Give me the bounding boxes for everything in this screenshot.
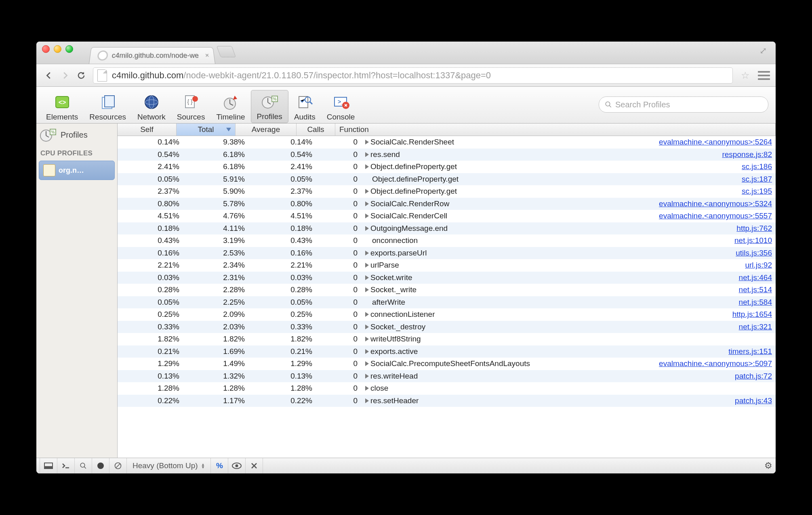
table-row[interactable]: 0.21%1.69%0.21%0exports.activetimers.js:…: [118, 345, 776, 358]
table-row[interactable]: 0.54%6.18%0.54%0res.sendresponse.js:82: [118, 149, 776, 161]
col-total[interactable]: Total: [177, 124, 236, 136]
table-row[interactable]: 0.25%2.09%0.25%0connectionListenerhttp.j…: [118, 308, 776, 321]
table-row[interactable]: 2.37%5.90%2.37%0Object.defineProperty.ge…: [118, 185, 776, 198]
panel-console[interactable]: >_ Console: [321, 91, 361, 123]
dock-button[interactable]: [40, 458, 57, 473]
disclosure-triangle-icon[interactable]: [365, 287, 369, 292]
zoom-window-button[interactable]: [65, 45, 73, 53]
panel-timeline[interactable]: Timeline: [210, 91, 250, 123]
disclosure-triangle-icon[interactable]: [365, 275, 369, 280]
disclosure-triangle-icon[interactable]: [365, 164, 369, 169]
minimize-window-button[interactable]: [54, 45, 61, 53]
address-bar[interactable]: c4milo.github.com/node-webkit-agent/21.0…: [93, 67, 733, 84]
record-button[interactable]: [92, 458, 109, 473]
focus-button[interactable]: [228, 458, 246, 473]
search-button[interactable]: [75, 458, 92, 473]
source-link[interactable]: sc.js:186: [742, 162, 772, 171]
source-link[interactable]: net.js:584: [739, 298, 772, 307]
source-link[interactable]: net.js:514: [739, 285, 772, 294]
view-selector[interactable]: Heavy (Bottom Up) ▲▼: [127, 458, 211, 473]
table-row[interactable]: 0.05%5.91%0.05%0Object.defineProperty.ge…: [118, 173, 776, 186]
panel-elements[interactable]: <> Elements: [40, 91, 84, 123]
disclosure-triangle-icon[interactable]: [365, 386, 369, 391]
col-function[interactable]: Function: [335, 124, 776, 136]
col-calls[interactable]: Calls: [297, 124, 335, 136]
col-self[interactable]: Self: [118, 124, 177, 136]
disclosure-triangle-icon[interactable]: [365, 337, 369, 341]
col-average[interactable]: Average: [236, 124, 297, 136]
source-link[interactable]: patch.js:72: [735, 372, 772, 381]
source-link[interactable]: patch.js:43: [735, 396, 772, 405]
disclosure-triangle-icon[interactable]: [365, 349, 369, 354]
disclosure-triangle-icon[interactable]: [365, 324, 369, 329]
table-row[interactable]: 0.03%2.31%0.03%0Socket.writenet.js:464: [118, 272, 776, 284]
disclosure-triangle-icon[interactable]: [365, 140, 369, 144]
back-button[interactable]: [42, 69, 56, 82]
settings-gear-icon[interactable]: ⚙: [764, 461, 772, 471]
clear-button[interactable]: [109, 458, 127, 473]
source-link[interactable]: http.js:1654: [732, 310, 772, 319]
disclosure-triangle-icon[interactable]: [365, 374, 369, 379]
reload-button[interactable]: [74, 69, 88, 82]
source-link[interactable]: sc.js:187: [742, 175, 772, 184]
disclosure-triangle-icon[interactable]: [365, 251, 369, 255]
panel-network[interactable]: Network: [132, 91, 171, 123]
disclosure-triangle-icon[interactable]: [365, 226, 369, 231]
panel-resources[interactable]: Resources: [84, 91, 132, 123]
search-profiles-input[interactable]: Search Profiles: [599, 96, 768, 113]
table-body[interactable]: 0.14%9.38%0.14%0SocialCalc.RenderSheetev…: [118, 136, 776, 458]
table-row[interactable]: 0.18%4.11%0.18%0OutgoingMessage.endhttp.…: [118, 222, 776, 235]
close-window-button[interactable]: [42, 45, 50, 53]
table-row[interactable]: 0.80%5.78%0.80%0SocialCalc.RenderRoweval…: [118, 198, 776, 210]
table-row[interactable]: 1.82%1.82%1.82%0writeUtf8String: [118, 333, 776, 345]
bookmark-star-icon[interactable]: ☆: [741, 70, 750, 81]
source-link[interactable]: net.js:1010: [734, 236, 772, 245]
table-row[interactable]: 0.13%1.32%0.13%0res.writeHeadpatch.js:72: [118, 370, 776, 383]
panel-profiles[interactable]: % Profiles: [251, 90, 288, 123]
table-row[interactable]: 4.51%4.76%4.51%0SocialCalc.RenderCelleva…: [118, 210, 776, 222]
source-link[interactable]: url.js:92: [745, 261, 772, 270]
source-link[interactable]: timers.js:151: [728, 347, 772, 356]
table-row[interactable]: 0.43%3.19%0.43%0onconnectionnet.js:1010: [118, 234, 776, 247]
exclude-button[interactable]: [246, 458, 263, 473]
source-link[interactable]: response.js:82: [722, 150, 772, 159]
table-row[interactable]: 0.05%2.25%0.05%0afterWritenet.js:584: [118, 296, 776, 309]
forward-button[interactable]: [58, 69, 72, 82]
table-row[interactable]: 0.28%2.28%0.28%0Socket._writenet.js:514: [118, 284, 776, 296]
source-link[interactable]: evalmachine.<anonymous>:5324: [659, 199, 772, 208]
disclosure-triangle-icon[interactable]: [365, 152, 369, 157]
table-row[interactable]: 2.21%2.34%2.21%0urlParseurl.js:92: [118, 259, 776, 272]
source-link[interactable]: net.js:464: [739, 273, 772, 282]
source-link[interactable]: evalmachine.<anonymous>:5557: [659, 211, 772, 220]
disclosure-triangle-icon[interactable]: [365, 201, 369, 206]
table-row[interactable]: 1.29%1.49%1.29%0SocialCalc.PrecomputeShe…: [118, 358, 776, 370]
table-row[interactable]: 0.14%9.38%0.14%0SocialCalc.RenderSheetev…: [118, 136, 776, 149]
source-link[interactable]: utils.js:356: [736, 249, 772, 258]
disclosure-triangle-icon[interactable]: [365, 398, 369, 403]
table-row[interactable]: 1.28%1.28%1.28%0close: [118, 382, 776, 395]
new-tab-button[interactable]: [217, 46, 236, 57]
disclosure-triangle-icon[interactable]: [365, 214, 369, 218]
expand-icon[interactable]: ⤢: [759, 46, 768, 54]
disclosure-triangle-icon[interactable]: [365, 263, 369, 268]
percent-toggle[interactable]: %: [211, 458, 228, 473]
sidebar-profiles-header[interactable]: % Profiles: [36, 124, 117, 146]
sidebar-profile-item[interactable]: org.n…: [39, 161, 115, 180]
source-link[interactable]: evalmachine.<anonymous>:5097: [659, 359, 772, 368]
panel-audits[interactable]: Audits: [288, 91, 321, 123]
source-link[interactable]: evalmachine.<anonymous>:5264: [659, 138, 772, 147]
table-row[interactable]: 0.22%1.17%0.22%0res.setHeaderpatch.js:43: [118, 395, 776, 407]
disclosure-triangle-icon[interactable]: [365, 361, 369, 366]
source-link[interactable]: http.js:762: [736, 224, 772, 233]
show-console-button[interactable]: [57, 458, 75, 473]
table-row[interactable]: 0.16%2.53%0.16%0exports.parseUrlutils.js…: [118, 247, 776, 260]
disclosure-triangle-icon[interactable]: [365, 189, 369, 194]
browser-tab[interactable]: c4milo.github.com/node-we ×: [89, 47, 215, 64]
source-link[interactable]: sc.js:195: [742, 187, 772, 196]
disclosure-triangle-icon[interactable]: [365, 312, 369, 317]
panel-sources[interactable]: { } Sources: [171, 91, 211, 123]
table-row[interactable]: 2.41%6.18%2.41%0Object.defineProperty.ge…: [118, 161, 776, 173]
tab-close-icon[interactable]: ×: [205, 52, 210, 59]
source-link[interactable]: net.js:321: [739, 322, 772, 331]
table-row[interactable]: 0.33%2.03%0.33%0Socket._destroynet.js:32…: [118, 321, 776, 333]
